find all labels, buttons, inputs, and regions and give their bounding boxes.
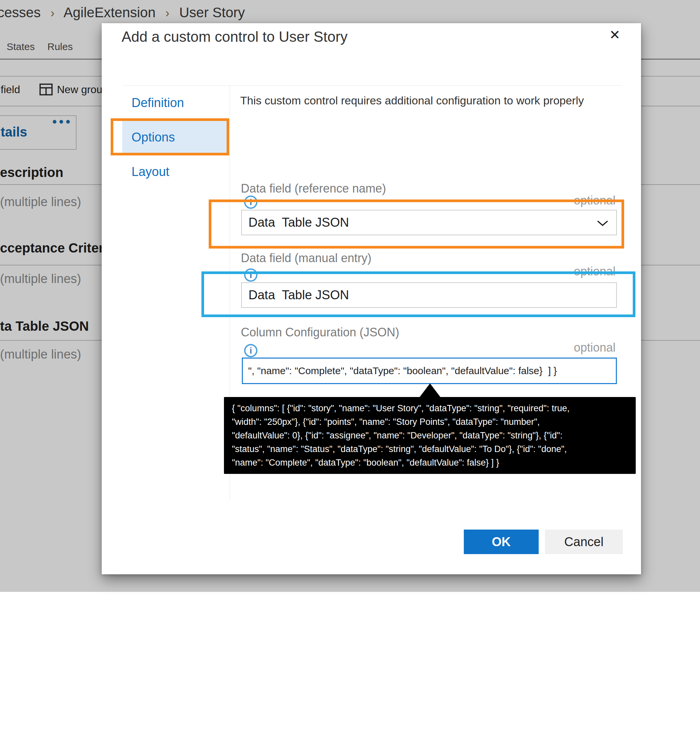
- tooltip-line: "width": "250px"}, {"id": "points", "nam…: [232, 415, 628, 429]
- configuration-warning-text: This custom control requires additional …: [240, 94, 584, 107]
- optional-badge: optional: [574, 265, 616, 278]
- reference-name-dropdown-value: Data Table JSON: [242, 215, 349, 230]
- info-icon[interactable]: i: [244, 344, 257, 357]
- add-custom-control-dialog: Add a custom control to User Story ✕ Def…: [102, 23, 641, 574]
- tooltip-line: "status", "name": "Status", "dataType": …: [232, 443, 628, 456]
- page-bottom-whitespace: [0, 592, 700, 740]
- tooltip-line: "name": "Complete", "dataType": "boolean…: [232, 456, 628, 469]
- column-configuration-tooltip: { "columns": [ {"id": "story", "name": "…: [224, 397, 636, 474]
- tooltip-arrow: [418, 383, 441, 399]
- cancel-button[interactable]: Cancel: [545, 530, 623, 554]
- ok-button[interactable]: OK: [464, 530, 539, 554]
- info-icon[interactable]: i: [244, 268, 257, 282]
- info-icon[interactable]: i: [244, 196, 257, 209]
- close-icon[interactable]: ✕: [609, 27, 621, 43]
- manual-entry-input-value: Data Table JSON: [242, 288, 349, 302]
- column-configuration-label: Column Configuration (JSON): [241, 325, 399, 339]
- column-configuration-input[interactable]: ", "name": "Complete", "dataType": "bool…: [242, 357, 617, 384]
- optional-badge: optional: [574, 341, 616, 355]
- tab-definition[interactable]: Definition: [122, 85, 228, 120]
- tooltip-line: { "columns": [ {"id": "story", "name": "…: [232, 402, 628, 415]
- manual-entry-input[interactable]: Data Table JSON: [241, 282, 617, 308]
- screenshot-canvas: cesses › AgileExtension › User Story Sta…: [0, 0, 700, 740]
- chevron-down-icon: [597, 221, 608, 227]
- reference-name-label: Data field (reference name): [241, 182, 386, 196]
- tab-layout[interactable]: Layout: [122, 154, 228, 189]
- reference-name-dropdown[interactable]: Data Table JSON: [241, 210, 617, 235]
- dialog-title: Add a custom control to User Story: [122, 28, 347, 45]
- tab-options[interactable]: Options: [122, 120, 228, 154]
- optional-badge: optional: [574, 194, 616, 207]
- tooltip-line: "defaultValue": 0}, {"id": "assignee", "…: [232, 429, 628, 443]
- manual-entry-label: Data field (manual entry): [241, 251, 371, 265]
- column-configuration-input-value: ", "name": "Complete", "dataType": "bool…: [243, 365, 557, 377]
